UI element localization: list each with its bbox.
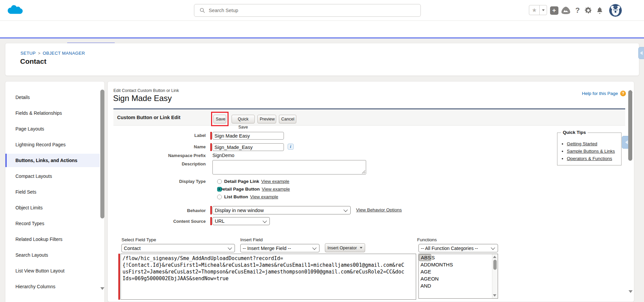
content-source-value: URL	[213, 218, 225, 224]
quick-tips-list: Getting StartedSample Buttons & LinksOpe…	[567, 140, 621, 162]
gear-icon	[584, 6, 592, 14]
help-button[interactable]: ?	[574, 0, 582, 21]
radio-button[interactable]	[217, 195, 222, 199]
main-scroll-down-arrow[interactable]	[629, 293, 633, 299]
view-example-link[interactable]: View example	[262, 187, 290, 192]
sidebar-item[interactable]: List View Button Layout	[5, 264, 100, 278]
sidebar-item[interactable]: Details	[5, 91, 100, 104]
panel-collapse-tab[interactable]	[638, 47, 644, 59]
quick-tip-link[interactable]: Getting Started	[567, 141, 597, 146]
breadcrumb-object-manager-link[interactable]: OBJECT MANAGER	[43, 51, 85, 56]
content-source-select[interactable]: URL	[212, 217, 270, 225]
sidebar-scrollbar-thumb[interactable]	[100, 90, 104, 218]
description-label: Description	[149, 161, 206, 166]
required-bar	[210, 132, 212, 140]
view-example-link[interactable]: View example	[250, 194, 278, 199]
sidebar-item[interactable]: Field Sets	[5, 185, 100, 199]
view-behavior-options-link[interactable]: View Behavior Options	[356, 207, 402, 212]
functions-scrollbar	[492, 254, 498, 298]
quick-save-button[interactable]: Quick Save	[232, 115, 255, 123]
insert-field-label: Insert Field	[240, 237, 263, 242]
scroll-up-arrow[interactable]	[493, 256, 496, 258]
page-eyebrow: Edit Contact Custom Button or Link	[113, 88, 179, 93]
radio-button[interactable]	[217, 179, 222, 184]
functions-listbox[interactable]: ABSACOSADDMONTHSAGEAGEONAND	[418, 254, 498, 299]
function-category-select[interactable]: -- All Function Categories --	[418, 244, 498, 252]
main-scrollbar-thumb[interactable]	[628, 90, 632, 161]
chevron-left-icon	[625, 140, 628, 144]
sidebar-item[interactable]: Object Limits	[5, 201, 100, 214]
function-item[interactable]: AGE	[419, 268, 498, 275]
quick-tip-link[interactable]: Sample Buttons & Links	[567, 149, 615, 154]
sidebar-item[interactable]: Related Lookup Filters	[5, 233, 100, 246]
content-source-label: Content Source	[149, 219, 206, 224]
behavior-value: Display in new window	[213, 208, 264, 213]
resize-grip-icon[interactable]	[362, 170, 365, 174]
scroll-down-arrow[interactable]	[493, 294, 496, 297]
formula-textarea[interactable]: /flow/hic_signeasy/Sme_AddAndUploadDocum…	[120, 254, 416, 300]
radio-button[interactable]	[217, 187, 222, 192]
global-search-input[interactable]: Search Setup	[194, 4, 421, 17]
insert-operator-button[interactable]: Insert Operator	[325, 243, 365, 252]
cancel-button[interactable]: Cancel	[279, 115, 296, 123]
sidebar-item[interactable]: Search Layouts	[5, 248, 100, 262]
trailhead-button[interactable]	[561, 0, 571, 21]
quick-tip-link[interactable]: Operators & Functions	[567, 156, 612, 161]
object-manager-sidebar: DetailsFields & RelationshipsPage Layout…	[5, 81, 105, 302]
sidebar-item[interactable]: Compact Layouts	[5, 169, 100, 183]
functions-label: Functions	[417, 237, 437, 242]
sidebar-item[interactable]: Fields & Relationships	[5, 106, 100, 120]
functions-scrollbar-thumb[interactable]	[493, 260, 497, 270]
function-category-value: -- All Function Categories --	[419, 246, 478, 251]
section-header: Custom Button or Link Edit Save Quick Sa…	[113, 108, 625, 125]
quick-tips-title: Quick Tips	[561, 130, 588, 135]
main-scroll-up-arrow[interactable]	[629, 84, 633, 90]
sidebar-item[interactable]: Record Types	[5, 217, 100, 230]
field-type-select[interactable]: Contact	[121, 244, 235, 252]
setup-gear-button[interactable]	[584, 0, 593, 21]
sidebar-item[interactable]: Page Layouts	[5, 122, 100, 136]
sidebar-scroll-down-arrow[interactable]	[100, 290, 104, 296]
sidebar-item[interactable]: Hierarchy Columns	[5, 280, 100, 293]
functions-items: ABSACOSADDMONTHSAGEAGEONAND	[419, 254, 498, 289]
preview-button[interactable]: Preview	[257, 115, 276, 123]
info-icon[interactable]: i	[288, 144, 294, 150]
formula-code: /flow/hic_signeasy/Sme_AddAndUploadDocum…	[121, 254, 416, 283]
function-item[interactable]: ABS	[419, 254, 431, 261]
breadcrumb-separator: >	[38, 51, 40, 56]
breadcrumb-setup-link[interactable]: SETUP	[20, 51, 36, 56]
label-input[interactable]: Sign Made Easy	[212, 132, 284, 140]
radio-label: Detail Page Link	[224, 179, 259, 184]
question-mark-icon: ?	[575, 6, 580, 15]
favorites-star-icon[interactable]: ★	[529, 5, 540, 15]
help-for-this-page: Help for this Page ?	[582, 91, 626, 96]
function-item[interactable]: ADDMONTHS	[419, 261, 498, 268]
function-item[interactable]: AGEON	[419, 275, 498, 282]
behavior-select[interactable]: Display in new window	[212, 206, 351, 214]
sidebar-item[interactable]: Buttons, Links, and Actions	[5, 154, 100, 167]
avatar-koala-icon	[609, 4, 622, 17]
function-item[interactable]: AND	[419, 282, 498, 289]
sidebar-item[interactable]: Lightning Record Pages	[5, 138, 100, 151]
help-page-link[interactable]: Help for this Page	[582, 91, 618, 96]
save-button[interactable]: Save	[213, 115, 226, 123]
notifications-button[interactable]	[595, 0, 604, 21]
user-avatar[interactable]	[609, 4, 622, 17]
plus-icon: +	[550, 6, 558, 15]
required-bar	[210, 143, 212, 151]
description-textarea[interactable]	[212, 160, 366, 174]
salesforce-logo-icon[interactable]	[7, 4, 23, 15]
insert-merge-field-select[interactable]: -- Insert Merge Field --	[240, 244, 319, 252]
display-type-option: Detail Page ButtonView example	[217, 186, 290, 192]
view-example-link[interactable]: View example	[261, 179, 289, 184]
main-content-card: Edit Contact Custom Button or Link Sign …	[107, 81, 634, 302]
bell-icon	[596, 6, 604, 14]
field-type-value: Contact	[122, 246, 141, 251]
help-badge-icon[interactable]: ?	[620, 91, 626, 96]
breadcrumb: SETUP>OBJECT MANAGER	[20, 51, 85, 56]
favorites-dropdown-button[interactable]	[540, 5, 547, 15]
name-input[interactable]: Sign_Made_Easy	[212, 143, 284, 151]
insert-operator-label: Insert Operator	[328, 245, 357, 250]
quick-create-button[interactable]: +	[550, 0, 558, 21]
search-placeholder: Search Setup	[209, 8, 238, 13]
